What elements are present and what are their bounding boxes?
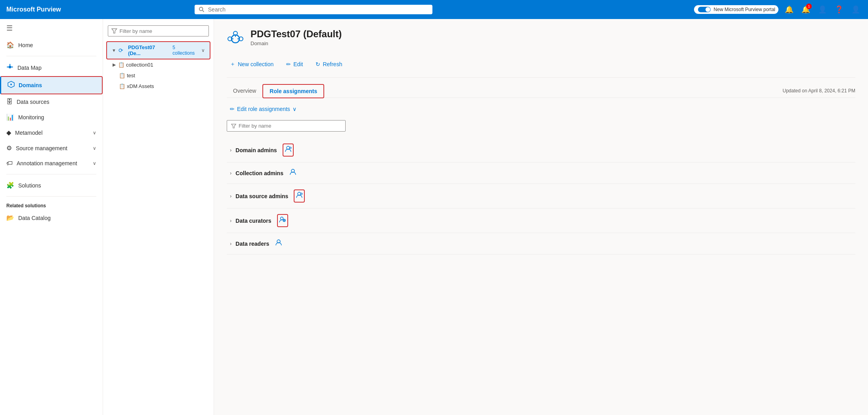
sidebar-domains-label: Domains xyxy=(19,82,42,88)
xdm-label: xDM Assets xyxy=(127,83,154,89)
refresh-label: Refresh xyxy=(323,61,342,67)
monitoring-icon: 📊 xyxy=(6,113,14,121)
sidebar-solutions-label: Solutions xyxy=(18,182,41,189)
role-item-data-curators[interactable]: › Data curators xyxy=(227,208,855,233)
sidebar-item-sourcemanagement[interactable]: ⚙ Source management ∨ xyxy=(0,140,103,156)
account-button[interactable]: 👤 xyxy=(850,4,862,15)
sidebar-item-datasources[interactable]: 🗄 Data sources xyxy=(0,94,103,109)
sidebar-item-annotationmanagement[interactable]: 🏷 Annotation management ∨ xyxy=(0,156,103,171)
sidebar-home-label: Home xyxy=(18,42,33,48)
edit-button[interactable]: ✏ Edit xyxy=(283,59,306,69)
sidebar-divider-3 xyxy=(6,196,96,197)
share-button[interactable]: 👤 xyxy=(816,4,828,15)
new-collection-button[interactable]: ＋ New collection xyxy=(227,59,277,69)
sidebar-item-home[interactable]: 🏠 Home xyxy=(0,37,103,53)
collection-admins-label: Collection admins xyxy=(235,170,283,176)
collection-filter-wrap xyxy=(103,25,214,41)
sidebar-item-metamodel[interactable]: ◆ Metamodel ∨ xyxy=(0,125,103,140)
sidebar-item-monitoring[interactable]: 📊 Monitoring xyxy=(0,109,103,125)
search-input[interactable] xyxy=(208,6,429,13)
sidebar-item-solutions[interactable]: 🧩 Solutions xyxy=(0,178,103,193)
role-filter-input[interactable] xyxy=(239,123,341,129)
detail-title-area: PDGTest07 (Default) Domain xyxy=(250,29,342,46)
tree-item-test[interactable]: 📋 test xyxy=(103,70,214,81)
detail-tabs: Overview Role assignments Updated on Apr… xyxy=(227,84,855,98)
role-item-data-source-admins[interactable]: › Data source admins xyxy=(227,184,855,208)
sidebar-datacatalog-label: Data Catalog xyxy=(18,215,51,221)
role-item-collection-admins[interactable]: › Collection admins xyxy=(227,163,855,184)
collection01-chevron: ▶ xyxy=(113,62,116,67)
collection-tree-panel: ▼ ⟳ PDGTest07 (De... 5 collections ∨ ▶ 📋… xyxy=(103,19,214,415)
edit-role-chevron-icon: ∨ xyxy=(293,106,296,112)
sidebar-datasources-label: Data sources xyxy=(17,99,49,105)
sidebar-datamap-label: Data Map xyxy=(17,65,42,71)
annotationmanagement-icon: 🏷 xyxy=(6,160,13,167)
root-sync-icon: ⟳ xyxy=(119,47,123,54)
sourcemanagement-icon: ⚙ xyxy=(6,144,12,152)
collection-admins-chevron-icon: › xyxy=(230,170,231,176)
detail-subtitle: Domain xyxy=(250,40,342,46)
domain-admins-label: Domain admins xyxy=(235,147,277,153)
refresh-icon: ↻ xyxy=(315,61,320,67)
data-curators-label: Data curators xyxy=(235,218,271,224)
sidebar-item-datamap[interactable]: Data Map xyxy=(0,59,103,76)
refresh-button[interactable]: ↻ Refresh xyxy=(312,59,345,69)
datasources-icon: 🗄 xyxy=(6,98,13,105)
tab-overview[interactable]: Overview xyxy=(227,84,262,98)
data-readers-label: Data readers xyxy=(235,241,269,247)
domains-icon xyxy=(8,81,15,90)
collection-root-item[interactable]: ▼ ⟳ PDGTest07 (De... 5 collections ∨ xyxy=(106,41,210,59)
detail-header: PDGTest07 (Default) Domain xyxy=(227,29,855,51)
svg-marker-19 xyxy=(231,124,236,128)
detail-actions: ＋ New collection ✏ Edit ↻ Refresh xyxy=(227,59,855,69)
sidebar-sourcemanagement-label: Source management xyxy=(16,145,67,151)
role-assignments-section: ✏ Edit role assignments ∨ xyxy=(227,104,855,254)
data-source-admins-icon xyxy=(294,189,305,203)
data-readers-icon xyxy=(275,239,283,249)
tree-item-collection01[interactable]: ▶ 📋 collection01 xyxy=(103,59,214,70)
datacatalog-icon: 📂 xyxy=(6,214,14,222)
tree-item-xdmassets[interactable]: 📋 xDM Assets xyxy=(103,81,214,92)
portal-toggle-switch[interactable] xyxy=(697,6,711,13)
sidebar-item-datacatalog[interactable]: 📂 Data Catalog xyxy=(0,210,103,226)
sidebar-item-domains[interactable]: Domains xyxy=(0,76,103,94)
role-filter-container[interactable] xyxy=(227,120,346,132)
search-bar[interactable] xyxy=(195,5,432,14)
sidebar: ☰ 🏠 Home Data Map xyxy=(0,19,103,415)
domain-icon xyxy=(227,30,244,51)
role-list: › Domain admins › xyxy=(227,138,855,254)
portal-toggle-pill[interactable]: New Microsoft Purview portal xyxy=(694,5,778,14)
metamodel-expand-icon: ∨ xyxy=(93,130,96,136)
root-expand-icon: ∨ xyxy=(201,48,205,53)
svg-line-1 xyxy=(203,10,204,11)
data-readers-chevron-icon: › xyxy=(230,241,231,247)
role-item-data-readers[interactable]: › Data readers xyxy=(227,233,855,254)
role-item-domain-admins[interactable]: › Domain admins xyxy=(227,138,855,163)
portal-toggle-label: New Microsoft Purview portal xyxy=(714,7,775,12)
search-icon xyxy=(199,6,205,13)
data-curators-chevron-icon: › xyxy=(230,218,231,224)
alerts-button[interactable]: 🔔 1 xyxy=(800,4,812,15)
top-nav: Microsoft Purview New Microsoft Purview … xyxy=(0,0,868,19)
tab-role-assignments[interactable]: Role assignments xyxy=(262,84,324,98)
root-chevron-icon: ▼ xyxy=(112,48,116,53)
collection-filter-input[interactable] xyxy=(120,28,205,34)
collection-filter-input-container[interactable] xyxy=(108,25,209,36)
svg-marker-11 xyxy=(112,29,117,33)
collection-admins-icon xyxy=(289,168,297,178)
notifications-button[interactable]: 🔔 xyxy=(783,4,795,15)
role-filter-wrap xyxy=(227,120,855,132)
hamburger-button[interactable]: ☰ xyxy=(0,19,103,37)
filter-icon xyxy=(111,28,117,34)
detail-divider xyxy=(227,77,855,78)
help-button[interactable]: ❓ xyxy=(833,4,845,15)
tab-updated-label: Updated on April 8, 2024, 6:21 PM xyxy=(783,88,855,94)
content-area: ▼ ⟳ PDGTest07 (De... 5 collections ∨ ▶ 📋… xyxy=(103,19,868,415)
data-curators-icon xyxy=(277,214,288,227)
edit-icon: ✏ xyxy=(286,61,291,67)
home-icon: 🏠 xyxy=(6,41,14,49)
alert-badge: 1 xyxy=(806,4,812,9)
root-collections-badge: 5 collections xyxy=(170,44,200,56)
detail-title: PDGTest07 (Default) xyxy=(250,29,342,40)
edit-role-assignments-button[interactable]: ✏ Edit role assignments ∨ xyxy=(227,104,300,114)
